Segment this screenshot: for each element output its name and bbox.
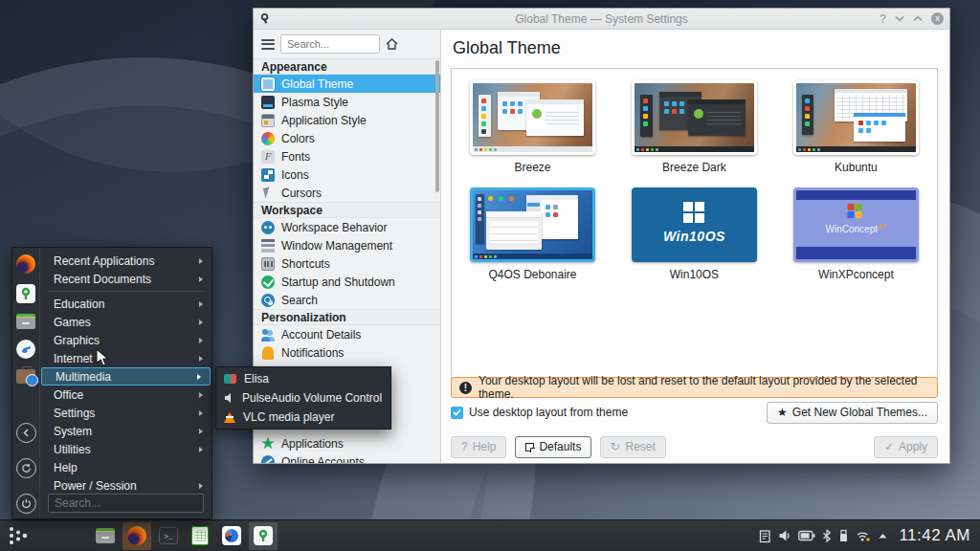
launcher-search-input[interactable] (48, 494, 204, 513)
submenu-arrow-icon (199, 392, 203, 398)
menu-item-help[interactable]: Help (40, 458, 212, 476)
launcher-search[interactable] (48, 494, 204, 513)
shutdown-button[interactable] (16, 494, 36, 514)
taskbar: >_ 11:42 AM (0, 519, 980, 551)
clock[interactable]: 11:42 AM (899, 526, 970, 545)
defaults-button[interactable]: Defaults (515, 436, 591, 458)
sidebar-search-input[interactable] (280, 34, 380, 54)
clipboard-icon[interactable] (758, 529, 771, 543)
task-firefox[interactable] (122, 522, 151, 550)
search-icon (261, 294, 275, 307)
launcher-category-list: Recent Applications Recent Documents Edu… (40, 248, 212, 518)
libreoffice-calc-icon (191, 526, 209, 545)
sidebar-item-search[interactable]: Search (254, 291, 440, 309)
window-management-icon (261, 239, 275, 253)
sidebar-item-application-style[interactable]: Application Style (254, 111, 440, 129)
theme-tile-win10os[interactable]: Win10OS Win10OS (613, 187, 775, 281)
menu-item-settings[interactable]: Settings (40, 404, 212, 422)
menu-item-recent-documents[interactable]: Recent Documents (40, 270, 212, 288)
battery-icon[interactable] (798, 530, 815, 541)
theme-preview-kubuntu[interactable] (793, 80, 919, 155)
startup-shutdown-icon (261, 276, 275, 289)
submenu-item-pulseaudio[interactable]: PulseAudio Volume Control (216, 388, 390, 408)
menu-item-office[interactable]: Office (40, 386, 212, 404)
sidebar-item-fonts[interactable]: FFonts (254, 147, 440, 165)
software-center-icon[interactable] (16, 369, 35, 384)
theme-preview-win10os[interactable]: Win10OS (632, 187, 757, 262)
sidebar-item-startup-shutdown[interactable]: Startup and Shutdown (254, 273, 440, 291)
sidebar-item-notifications[interactable]: Notifications (254, 343, 440, 362)
task-system-settings[interactable] (249, 522, 278, 550)
minimize-button[interactable] (895, 15, 904, 22)
use-layout-label: Use desktop layout from theme (469, 406, 628, 419)
usb-device-icon[interactable] (838, 529, 849, 542)
menu-item-multimedia[interactable]: Multimedia (41, 367, 211, 386)
theme-preview-breeze-dark[interactable] (632, 80, 757, 155)
firefox-icon[interactable] (16, 254, 35, 274)
sidebar-item-global-theme[interactable]: Global Theme (254, 75, 440, 93)
settings-main-panel: Global Theme Breeze (441, 30, 949, 463)
task-libreoffice-calc[interactable] (186, 522, 214, 550)
sidebar-search[interactable] (280, 34, 380, 54)
sidebar-item-cursors[interactable]: Cursors (254, 184, 440, 202)
tray-expander-icon[interactable] (878, 532, 888, 540)
sidebar-item-plasma-style[interactable]: Plasma Style (254, 93, 440, 111)
back-button[interactable] (16, 423, 36, 443)
global-theme-icon (261, 77, 275, 91)
wifi-icon[interactable] (856, 529, 871, 542)
app-logo-icon[interactable] (16, 340, 35, 359)
menu-item-recent-applications[interactable]: Recent Applications (40, 252, 212, 270)
titlebar[interactable]: Global Theme — System Settings ? x (254, 9, 949, 30)
submenu-arrow-icon (199, 320, 203, 325)
menu-item-games[interactable]: Games (40, 313, 212, 331)
app-launcher-button[interactable] (0, 520, 38, 551)
theme-tile-winxpconcept[interactable]: WinConceptXP WinXPconcept (775, 187, 937, 281)
hamburger-menu-icon[interactable] (261, 39, 275, 50)
sidebar-scrollbar[interactable] (435, 60, 439, 192)
restart-button[interactable] (16, 458, 36, 478)
home-icon[interactable] (386, 38, 398, 50)
submenu-item-elisa[interactable]: Elisa (216, 369, 390, 388)
theme-tile-q4os-debonaire[interactable]: Q4OS Debonaire (452, 187, 613, 281)
bluetooth-icon[interactable] (822, 529, 832, 542)
system-settings-icon[interactable] (16, 284, 35, 303)
theme-name: Breeze (514, 161, 550, 174)
sidebar-item-online-accounts[interactable]: Online Accounts (254, 452, 440, 463)
theme-tile-breeze[interactable]: Breeze (452, 80, 613, 174)
task-system-monitor[interactable] (217, 522, 246, 550)
apply-button[interactable]: ✓Apply (874, 436, 938, 458)
application-style-icon (261, 114, 275, 127)
get-new-themes-button[interactable]: ★Get New Global Themes... (767, 402, 938, 424)
sidebar-item-account-details[interactable]: Account Details (254, 325, 440, 343)
theme-preview-winxpconcept[interactable]: WinConceptXP (793, 187, 919, 262)
sidebar-item-window-management[interactable]: Window Management (254, 236, 440, 254)
sidebar-item-colors[interactable]: Colors (254, 129, 440, 147)
menu-item-graphics[interactable]: Graphics (40, 331, 212, 349)
menu-item-power-session[interactable]: Power / Session (40, 476, 212, 495)
theme-tile-kubuntu[interactable]: Kubuntu (775, 80, 937, 174)
maximize-button[interactable] (913, 15, 923, 22)
sidebar-item-applications[interactable]: Applications (254, 434, 440, 452)
help-button[interactable]: ?Help (451, 436, 506, 458)
volume-icon[interactable] (778, 529, 791, 542)
submenu-item-vlc[interactable]: VLC media player (216, 408, 390, 427)
sidebar-item-shortcuts[interactable]: Shortcuts (254, 254, 440, 273)
sidebar-item-icons[interactable]: Icons (254, 165, 440, 184)
reset-button[interactable]: ↺Reset (600, 436, 665, 458)
theme-preview-breeze[interactable] (470, 80, 595, 155)
close-button[interactable]: x (931, 12, 944, 25)
theme-preview-q4os-debonaire[interactable] (470, 187, 595, 262)
task-archive-manager[interactable] (91, 522, 120, 550)
window-help-button[interactable]: ? (880, 12, 886, 26)
menu-item-utilities[interactable]: Utilities (40, 440, 212, 458)
submenu-arrow-icon (197, 374, 201, 380)
menu-item-education[interactable]: Education (40, 295, 212, 313)
use-layout-checkbox[interactable] (451, 407, 463, 419)
menu-item-internet[interactable]: Internet (40, 349, 212, 367)
theme-tile-breeze-dark[interactable]: Breeze Dark (613, 80, 775, 174)
archive-manager-icon[interactable] (16, 314, 35, 329)
task-terminal[interactable]: >_ (154, 522, 183, 550)
menu-item-system[interactable]: System (40, 422, 212, 440)
apply-check-icon: ✓ (884, 440, 894, 453)
sidebar-item-workspace-behavior[interactable]: Workspace Behavior (254, 218, 440, 236)
